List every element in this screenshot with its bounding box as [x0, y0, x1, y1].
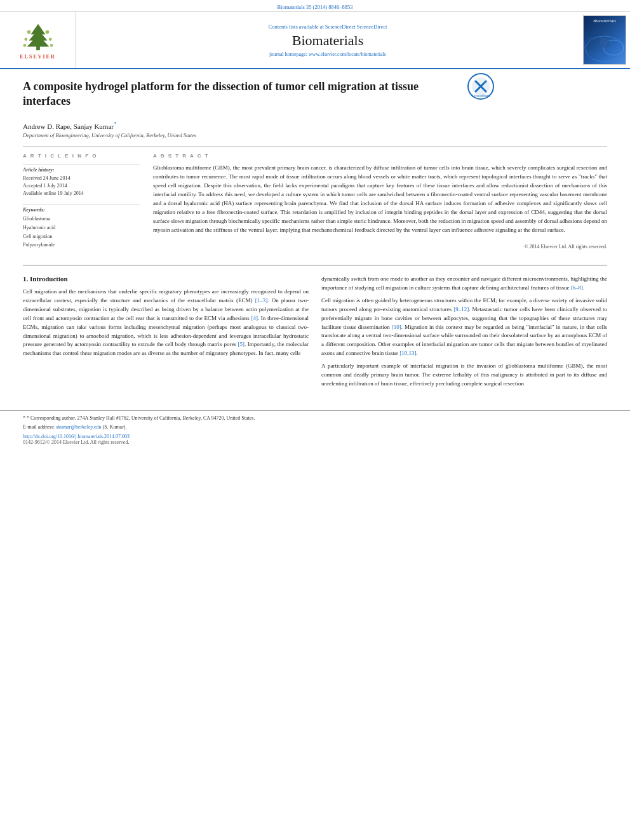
sciencedirect-info: Contents lists available at ScienceDirec…: [269, 23, 387, 30]
keywords-label: Keywords:: [23, 207, 140, 213]
ref-10-13: [10,13]: [399, 350, 416, 356]
ref-9-12: [9–12]: [453, 306, 469, 312]
keyword-3: Cell migration: [23, 232, 140, 241]
svg-point-13: [600, 37, 610, 48]
doi-link[interactable]: http://dx.doi.org/10.1016/j.biomaterials…: [23, 434, 607, 439]
copyright-text: © 2014 Elsevier Ltd. All rights reserved…: [153, 240, 607, 250]
keyword-2: Hyaluronic acid: [23, 223, 140, 232]
article-title: A composite hydrogel platform for the di…: [23, 79, 467, 109]
svg-text:CrossMark: CrossMark: [471, 94, 490, 98]
intro-title: Introduction: [30, 275, 68, 283]
intro-col-left: 1. Introduction Cell migration and the m…: [23, 275, 309, 392]
homepage-url[interactable]: www.elsevier.com/locate/biomaterials: [309, 51, 386, 57]
author-names: Andrew D. Rape, Sanjay Kumar: [23, 122, 114, 130]
corresponding-note-text: * Corresponding author. 274A Stanley Hal…: [27, 415, 255, 421]
svg-point-9: [50, 44, 53, 47]
page: Biomaterials 35 (2014) 8846–8853: [0, 0, 630, 840]
intro-col-right: dynamically switch from one mode to anot…: [321, 275, 607, 392]
journal-cover-image: Biomaterials: [583, 15, 626, 65]
abstract-column: A B S T R A C T Glioblastoma multiforme …: [153, 153, 607, 255]
keyword-4: Polyacrylamide: [23, 241, 140, 250]
article-info-label: A R T I C L E I N F O: [23, 153, 140, 159]
intro-paragraph-1: Cell migration and the mechanisms that u…: [23, 288, 309, 359]
affiliation-text: Department of Bioengineering, University…: [23, 132, 607, 138]
journal-header: ELSEVIER Contents lists available at Sci…: [0, 12, 630, 69]
svg-point-5: [45, 30, 49, 34]
received-date: Received 24 June 2014: [23, 175, 140, 182]
svg-point-8: [23, 44, 26, 47]
elsevier-label: ELSEVIER: [20, 54, 55, 60]
abstract-label: A B S T R A C T: [153, 153, 607, 159]
cover-pattern-icon: [583, 23, 626, 62]
elsevier-logo: ELSEVIER: [19, 21, 57, 60]
journal-info-center: Contents lists available at ScienceDirec…: [76, 12, 579, 68]
article-content: A composite hydrogel platform for the di…: [0, 69, 630, 400]
cover-label: Biomaterials: [593, 18, 616, 23]
svg-point-4: [27, 30, 30, 34]
intro-paragraph-4: A particularly important example of inte…: [321, 362, 607, 389]
email-label: E-mail address:: [23, 424, 55, 430]
corresponding-author-note: * * Corresponding author. 274A Stanley H…: [23, 415, 607, 422]
abstract-text: Glioblastoma multiforme (GBM), the most …: [153, 164, 607, 235]
email-note: E-mail address: skumar@berkeley.edu (S. …: [23, 423, 607, 431]
available-date: Available online 19 July 2014: [23, 190, 140, 197]
article-info-abstract-row: A R T I C L E I N F O Article history: R…: [23, 153, 607, 255]
ref-6-8: [6–8]: [571, 284, 584, 291]
section-divider: [23, 265, 607, 266]
article-info-column: A R T I C L E I N F O Article history: R…: [23, 153, 140, 255]
email-attribution: (S. Kumar).: [102, 424, 126, 430]
journal-citation-bar: Biomaterials 35 (2014) 8846–8853: [0, 0, 630, 12]
divider-after-affiliation: [23, 146, 607, 147]
ref-10b: [10]: [392, 324, 401, 330]
elsevier-tree-icon: [19, 21, 57, 53]
corresponding-author-mark: *: [114, 121, 117, 127]
sciencedirect-link-text[interactable]: ScienceDirect: [357, 23, 387, 30]
keywords-block: Keywords: Glioblastoma Hyaluronic acid C…: [23, 204, 140, 249]
keywords-list: Glioblastoma Hyaluronic acid Cell migrat…: [23, 215, 140, 249]
publisher-logo-area: ELSEVIER: [0, 12, 76, 68]
issn-line: 0142-9612/© 2014 Elsevier Ltd. All right…: [23, 439, 607, 445]
journal-homepage: journal homepage: www.elsevier.com/locat…: [269, 51, 386, 57]
journal-cover-area: Biomaterials: [579, 12, 630, 68]
section-number: 1.: [23, 275, 30, 283]
svg-point-7: [48, 37, 51, 41]
authors-line: Andrew D. Rape, Sanjay Kumar*: [23, 121, 607, 130]
ref-5: [5]: [238, 341, 245, 347]
introduction-section: 1. Introduction Cell migration and the m…: [23, 275, 607, 392]
journal-title: Biomaterials: [292, 32, 363, 49]
ref-4: [4]: [251, 315, 258, 321]
crossmark-icon: CrossMark: [467, 73, 494, 100]
svg-point-6: [24, 37, 27, 41]
article-history-block: Article history: Received 24 June 2014 A…: [23, 164, 140, 197]
journal-citation: Biomaterials 35 (2014) 8846–8853: [277, 4, 352, 10]
intro-paragraph-3: Cell migration is often guided by hetero…: [321, 297, 607, 359]
intro-paragraph-2: dynamically switch from one mode to anot…: [321, 275, 607, 293]
intro-section-title: 1. Introduction: [23, 275, 309, 283]
ref-1-3: [1–3]: [255, 297, 268, 303]
keyword-1: Glioblastoma: [23, 215, 140, 223]
footer-area: * * Corresponding author. 274A Stanley H…: [0, 410, 630, 450]
history-label: Article history:: [23, 167, 140, 173]
crossmark-area: CrossMark: [467, 73, 494, 101]
accepted-date: Accepted 1 July 2014: [23, 182, 140, 190]
email-address[interactable]: skumar@berkeley.edu: [56, 424, 102, 430]
